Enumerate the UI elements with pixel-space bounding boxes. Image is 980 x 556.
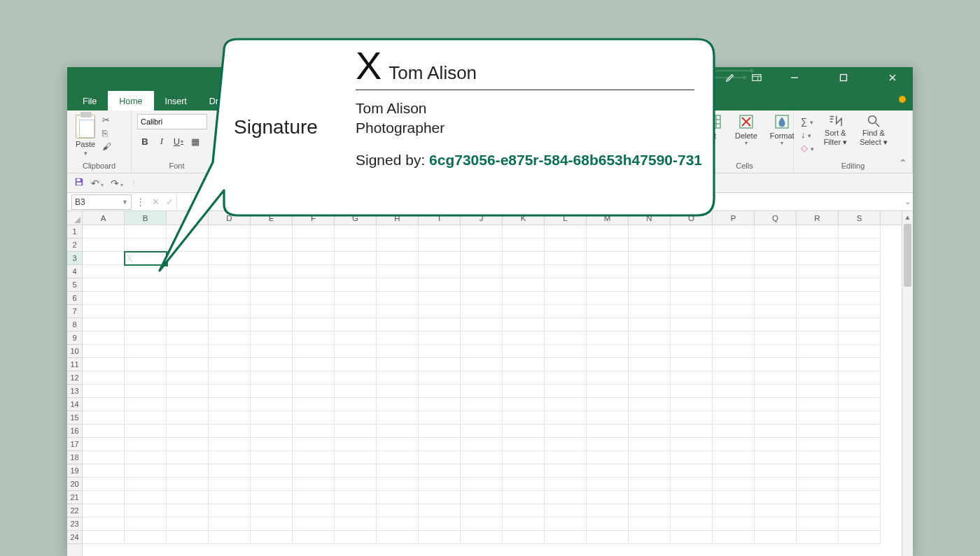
cell[interactable] — [335, 425, 377, 438]
cell[interactable] — [713, 491, 755, 504]
cell[interactable] — [461, 225, 503, 238]
cell[interactable] — [839, 518, 881, 531]
cell[interactable] — [377, 305, 419, 318]
cell[interactable] — [293, 438, 335, 451]
cell[interactable] — [839, 478, 881, 491]
cell[interactable] — [839, 438, 881, 451]
column-header[interactable]: S — [839, 211, 881, 224]
cell[interactable] — [755, 504, 797, 518]
cell[interactable] — [797, 398, 839, 411]
cell[interactable] — [587, 504, 629, 518]
cell[interactable] — [587, 371, 629, 385]
cells-area[interactable]: X — [83, 225, 902, 556]
cell[interactable] — [461, 491, 503, 504]
cell[interactable] — [629, 518, 671, 531]
cell[interactable] — [713, 225, 755, 238]
row-header[interactable]: 3 — [67, 252, 82, 265]
cell[interactable] — [587, 491, 629, 504]
cell[interactable] — [377, 385, 419, 398]
column-header[interactable]: K — [503, 211, 545, 224]
cell[interactable] — [461, 278, 503, 292]
cell[interactable] — [419, 504, 461, 518]
cell[interactable] — [209, 278, 251, 292]
cell[interactable] — [293, 358, 335, 371]
column-header[interactable]: M — [587, 211, 629, 224]
cell[interactable] — [629, 425, 671, 438]
cell[interactable] — [629, 345, 671, 358]
row-header[interactable]: 5 — [67, 278, 82, 292]
cell[interactable] — [125, 292, 167, 305]
cell[interactable] — [545, 252, 587, 265]
cell[interactable] — [797, 491, 839, 504]
cell[interactable] — [125, 504, 167, 518]
cell[interactable] — [377, 371, 419, 385]
cell[interactable] — [503, 491, 545, 504]
cell[interactable] — [209, 478, 251, 491]
cell[interactable] — [461, 518, 503, 531]
column-header[interactable]: F — [293, 211, 335, 224]
row-header[interactable]: 20 — [67, 478, 82, 491]
cell[interactable] — [503, 238, 545, 252]
cell[interactable] — [335, 265, 377, 278]
cell[interactable] — [797, 478, 839, 491]
copy-icon[interactable]: ⎘ — [102, 128, 111, 138]
cell[interactable] — [209, 518, 251, 531]
cell[interactable] — [545, 438, 587, 451]
row-header[interactable]: 15 — [67, 411, 82, 425]
cell[interactable] — [209, 451, 251, 464]
cell[interactable] — [125, 425, 167, 438]
select-all-corner[interactable] — [67, 211, 83, 225]
cell[interactable] — [83, 371, 125, 385]
cell[interactable] — [755, 305, 797, 318]
cell[interactable] — [335, 345, 377, 358]
cell[interactable] — [209, 371, 251, 385]
cell[interactable] — [335, 411, 377, 425]
cell[interactable] — [713, 411, 755, 425]
cell[interactable] — [797, 318, 839, 332]
cell[interactable] — [839, 265, 881, 278]
cell[interactable] — [713, 464, 755, 478]
cell[interactable] — [419, 292, 461, 305]
cell[interactable] — [629, 504, 671, 518]
cell[interactable] — [671, 518, 713, 531]
cell[interactable] — [839, 345, 881, 358]
cell[interactable] — [587, 398, 629, 411]
cell[interactable] — [587, 238, 629, 252]
cell[interactable] — [125, 278, 167, 292]
cell[interactable] — [83, 345, 125, 358]
cell[interactable] — [797, 464, 839, 478]
cell[interactable] — [503, 345, 545, 358]
cell[interactable] — [671, 398, 713, 411]
cell[interactable] — [461, 478, 503, 491]
cell[interactable] — [839, 411, 881, 425]
cell[interactable] — [503, 464, 545, 478]
cell[interactable] — [797, 332, 839, 345]
row-header[interactable]: 11 — [67, 358, 82, 371]
cell[interactable] — [251, 225, 293, 238]
cell[interactable] — [419, 332, 461, 345]
cell[interactable] — [167, 464, 209, 478]
cell[interactable] — [125, 438, 167, 451]
row-header[interactable]: 13 — [67, 385, 82, 398]
cell[interactable] — [503, 305, 545, 318]
cell[interactable] — [209, 345, 251, 358]
cell[interactable] — [377, 425, 419, 438]
cell[interactable] — [461, 504, 503, 518]
cell[interactable] — [839, 464, 881, 478]
cell[interactable] — [839, 358, 881, 371]
column-header[interactable]: Q — [755, 211, 797, 224]
cell[interactable] — [839, 504, 881, 518]
fill-button[interactable]: ↓ ▾ — [801, 129, 814, 140]
cell[interactable] — [671, 491, 713, 504]
cell[interactable] — [629, 438, 671, 451]
cell[interactable] — [167, 332, 209, 345]
cell[interactable] — [839, 305, 881, 318]
minimize-button[interactable] — [778, 67, 811, 88]
cell[interactable] — [335, 491, 377, 504]
cell[interactable] — [335, 318, 377, 332]
cell[interactable] — [125, 305, 167, 318]
cell[interactable] — [209, 398, 251, 411]
cell[interactable] — [167, 345, 209, 358]
bold-button[interactable]: B — [137, 134, 153, 149]
cell[interactable] — [671, 252, 713, 265]
